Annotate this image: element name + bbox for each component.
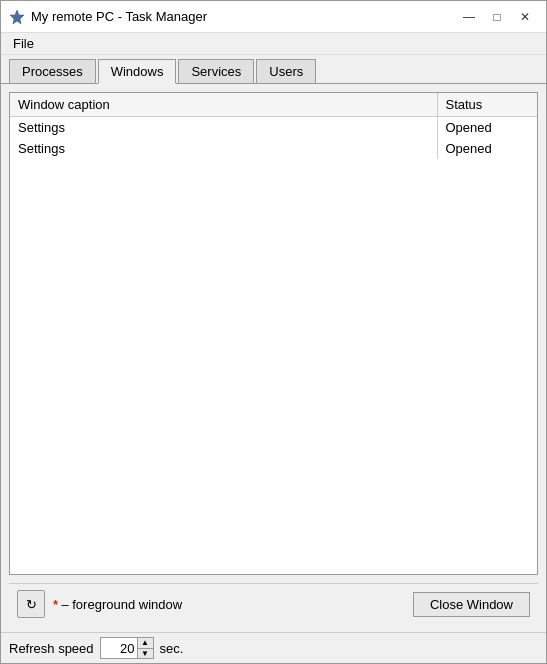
cell-status: Opened: [437, 117, 537, 139]
main-window: My remote PC - Task Manager — □ ✕ File P…: [0, 0, 547, 664]
close-window-button[interactable]: Close Window: [413, 592, 530, 617]
content-area: Window caption Status Settings Opened Se…: [1, 84, 546, 632]
tab-services[interactable]: Services: [178, 59, 254, 83]
table-row[interactable]: Settings Opened: [10, 117, 537, 139]
table-row[interactable]: Settings Opened: [10, 138, 537, 159]
refresh-speed-spinner: ▲ ▼: [100, 637, 154, 659]
app-icon: [9, 9, 25, 25]
window-controls: — □ ✕: [456, 7, 538, 27]
tab-bar: Processes Windows Services Users: [1, 55, 546, 84]
refresh-speed-input[interactable]: [101, 638, 137, 658]
footer-bar: Refresh speed ▲ ▼ sec.: [1, 632, 546, 663]
spinner-arrows: ▲ ▼: [137, 638, 153, 658]
maximize-button[interactable]: □: [484, 7, 510, 27]
bottom-action-bar: ↻ * – foreground window Close Window: [9, 583, 538, 624]
close-button[interactable]: ✕: [512, 7, 538, 27]
spinner-down-button[interactable]: ▼: [138, 649, 153, 659]
tab-users[interactable]: Users: [256, 59, 316, 83]
cell-caption: Settings: [10, 117, 437, 139]
sec-label: sec.: [160, 641, 184, 656]
column-header-caption: Window caption: [10, 93, 437, 117]
foreground-note-text: – foreground window: [61, 597, 182, 612]
tab-processes[interactable]: Processes: [9, 59, 96, 83]
file-menu[interactable]: File: [5, 34, 42, 53]
foreground-note: * – foreground window: [53, 597, 405, 612]
cell-caption: Settings: [10, 138, 437, 159]
spinner-up-button[interactable]: ▲: [138, 638, 153, 649]
refresh-speed-label: Refresh speed: [9, 641, 94, 656]
svg-marker-0: [10, 10, 24, 24]
title-bar: My remote PC - Task Manager — □ ✕: [1, 1, 546, 33]
refresh-button[interactable]: ↻: [17, 590, 45, 618]
column-header-status: Status: [437, 93, 537, 117]
windows-table: Window caption Status Settings Opened Se…: [10, 93, 537, 159]
cell-status: Opened: [437, 138, 537, 159]
menu-bar: File: [1, 33, 546, 55]
asterisk-mark: *: [53, 597, 58, 612]
refresh-icon: ↻: [26, 597, 37, 612]
minimize-button[interactable]: —: [456, 7, 482, 27]
window-title: My remote PC - Task Manager: [31, 9, 456, 24]
tab-windows[interactable]: Windows: [98, 59, 177, 84]
windows-table-container: Window caption Status Settings Opened Se…: [9, 92, 538, 575]
